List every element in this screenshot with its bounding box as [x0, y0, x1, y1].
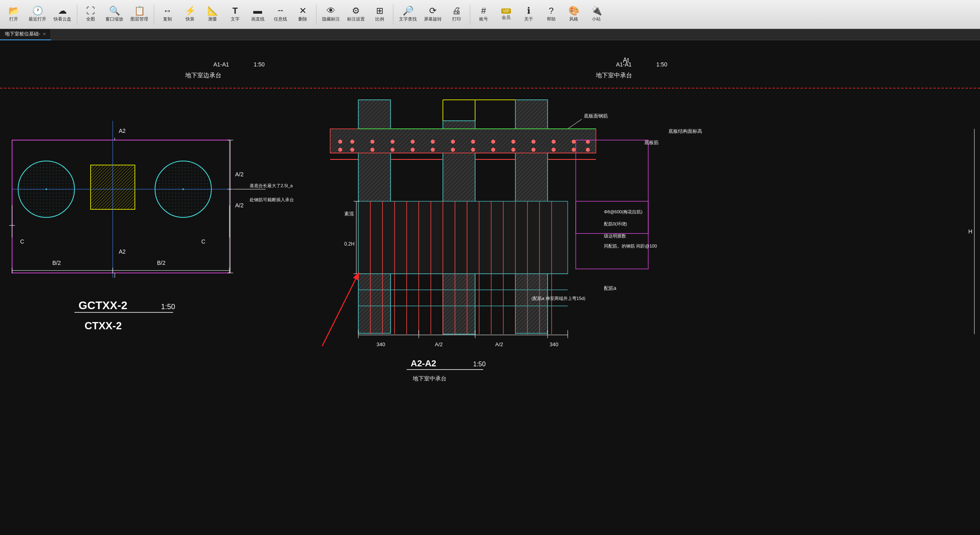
- recent-button[interactable]: 🕐 最近打开: [26, 2, 49, 27]
- svg-point-2: [45, 188, 47, 190]
- delete-button[interactable]: ✕ 删除: [292, 2, 313, 27]
- scale-label-left: 1:50: [254, 61, 265, 68]
- drawing-svg: A1-A1 1:50 地下室边承台 A1-A1 1:50 地下室中承台 A2: [0, 40, 980, 535]
- svg-point-46: [451, 140, 455, 144]
- about-label: 关于: [524, 16, 533, 22]
- svg-point-41: [350, 140, 354, 144]
- svg-rect-5: [91, 165, 134, 209]
- print-button[interactable]: 🖨 打印: [446, 2, 467, 27]
- svg-point-47: [471, 140, 475, 144]
- window-zoom-label: 窗口缩放: [105, 16, 123, 22]
- svg-rect-4: [91, 165, 135, 209]
- section-title-left: A1-A1: [213, 61, 229, 68]
- face-rebar-label: 底板面钢筋: [584, 113, 608, 119]
- drawing-name-label: CTXX-2: [85, 320, 122, 332]
- svg-point-54: [338, 148, 342, 152]
- open-button[interactable]: 📂 打开: [3, 2, 24, 27]
- delete-label: 删除: [298, 16, 307, 22]
- note-distribution-label: (配筋a 伸至两端并上弯15d): [531, 296, 585, 301]
- cloud-icon: ☁: [58, 6, 67, 15]
- svg-point-45: [431, 140, 435, 144]
- cloud-label: 快看云盘: [54, 16, 71, 22]
- screen-rotate-icon: ⟳: [429, 6, 436, 15]
- svg-rect-0: [12, 140, 229, 273]
- dim-h: H: [968, 228, 972, 235]
- fill-line-icon: ▬: [253, 6, 262, 15]
- svg-rect-32: [358, 100, 391, 333]
- style-button[interactable]: 🎨 风格: [563, 2, 584, 27]
- plugin-button[interactable]: 🔌 小站: [586, 2, 607, 27]
- text-button[interactable]: T 文字: [225, 2, 246, 27]
- dim-340-right: 340: [550, 341, 558, 347]
- measure-icon: 📐: [207, 6, 218, 15]
- measure-button[interactable]: 📐 测量: [202, 2, 223, 27]
- distribution-label: 配筋0(环绕): [604, 221, 627, 226]
- same-distribution-label: 同配筋。的钢筋 间距@100: [604, 244, 657, 248]
- svg-point-44: [411, 140, 415, 144]
- plan-manage-icon: 📋: [134, 6, 145, 15]
- svg-point-61: [471, 148, 475, 152]
- hide-mark-button[interactable]: 👁 隐藏标注: [319, 2, 343, 27]
- text-find-label: 文字查找: [399, 16, 417, 22]
- plan-manage-button[interactable]: 📋 图层管理: [128, 2, 151, 27]
- sep1: [77, 4, 77, 25]
- a2-right-top: A/2: [235, 171, 244, 178]
- svg-point-53: [586, 140, 590, 144]
- help-button[interactable]: ? 帮助: [541, 2, 562, 27]
- svg-point-48: [491, 140, 495, 144]
- main-tab[interactable]: 地下室桩位基础- ✕: [0, 29, 51, 40]
- a2-label-top: A2: [119, 128, 126, 134]
- svg-rect-33: [443, 121, 475, 334]
- svg-point-67: [586, 148, 590, 152]
- section-title-right: A1-A1: [616, 61, 632, 68]
- canvas-area[interactable]: A1-A1 1:50 地下室边承台 A1-A1 1:50 地下室中承台 A2: [0, 40, 980, 535]
- fullscreen-button[interactable]: ⛶ 全图: [80, 2, 101, 27]
- scale-icon: ⊞: [376, 6, 383, 15]
- section-a2a2-label: A2-A2: [411, 358, 436, 368]
- about-button[interactable]: ℹ 关于: [518, 2, 539, 27]
- quick-fix-icon: ⚡: [185, 6, 196, 15]
- bottom-plate-label: 底板筋: [644, 140, 659, 145]
- hide-mark-label: 隐藏标注: [322, 16, 340, 22]
- help-icon: ?: [549, 6, 554, 15]
- number-label: 账号: [479, 16, 488, 22]
- screen-rotate-label: 屏幕旋转: [424, 16, 442, 22]
- fill-line-button[interactable]: ▬ 画直线: [247, 2, 268, 27]
- task-line-button[interactable]: ╌ 任意线: [270, 2, 291, 27]
- svg-point-64: [531, 148, 535, 152]
- cloud-button[interactable]: ☁ 快看云盘: [51, 2, 74, 27]
- fullscreen-label: 全图: [86, 16, 95, 22]
- text-find-icon: 🔎: [403, 6, 414, 15]
- scale-label: 比例: [375, 16, 384, 22]
- mark-setting-button[interactable]: ⚙ 标注设置: [344, 2, 368, 27]
- number-button[interactable]: # 账号: [473, 2, 494, 27]
- mirror-button[interactable]: ↔ 复制: [157, 2, 178, 27]
- svg-point-63: [511, 148, 515, 152]
- number-icon: #: [481, 6, 486, 15]
- svg-point-52: [572, 140, 576, 144]
- text-find-button[interactable]: 🔎 文字查找: [396, 2, 420, 27]
- dim-a2-l: A/2: [435, 341, 443, 347]
- basement-label-left: 地下室边承台: [185, 72, 221, 78]
- svg-rect-37: [516, 100, 547, 333]
- dim-340-left: 340: [376, 341, 385, 347]
- section-a2a2-subtitle: 地下室中承台: [412, 375, 447, 382]
- meeting-button[interactable]: VIP 会员: [496, 2, 517, 27]
- text-icon: T: [232, 6, 238, 15]
- c-label-left: C: [20, 238, 24, 245]
- main-tab-close[interactable]: ✕: [43, 32, 46, 36]
- window-zoom-button[interactable]: 🔍 窗口缩放: [103, 2, 126, 27]
- quick-fix-label: 快算: [186, 16, 194, 22]
- print-label: 打印: [452, 16, 461, 22]
- svg-point-42: [370, 140, 374, 144]
- scale-button[interactable]: ⊞ 比例: [369, 2, 390, 27]
- red-dashed-separator: [0, 88, 980, 89]
- note1-label: 基底合长最大了2.5l_a: [250, 183, 293, 188]
- screen-rotate-button[interactable]: ⟳ 屏幕旋转: [421, 2, 445, 27]
- help-label: 帮助: [547, 16, 556, 22]
- vip-badge: VIP: [501, 8, 511, 14]
- svg-rect-68: [358, 201, 568, 274]
- svg-rect-36: [443, 121, 475, 334]
- quick-fix-button[interactable]: ⚡ 快算: [180, 2, 201, 27]
- svg-rect-38: [330, 129, 596, 153]
